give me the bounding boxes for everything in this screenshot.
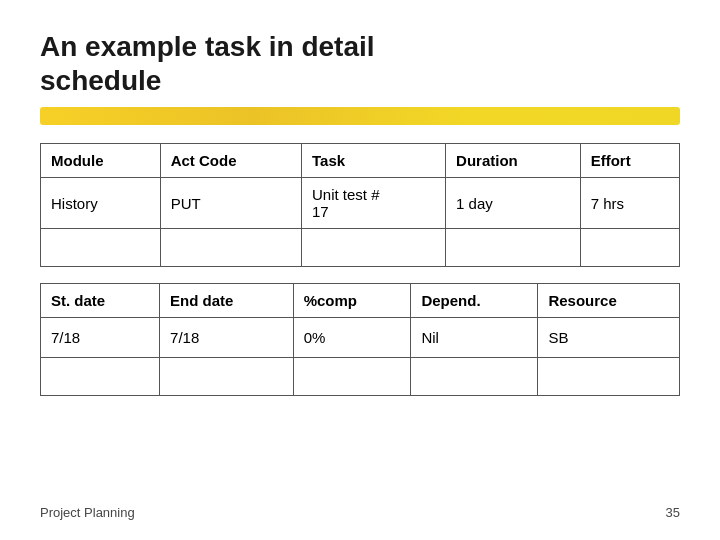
cell-module-1: History	[41, 178, 161, 229]
cell-duration-1: 1 day	[446, 178, 581, 229]
cell-resource-2	[538, 358, 680, 396]
bottom-table-row-2	[41, 358, 680, 396]
page-container: An example task in detail schedule Modul…	[0, 0, 720, 540]
cell-enddate-2	[160, 358, 294, 396]
col-pcomp: %comp	[293, 284, 411, 318]
tables-wrapper: Module Act Code Task Duration Effort His…	[40, 143, 680, 495]
page-title: An example task in detail schedule	[40, 30, 680, 97]
bottom-table-header-row: St. date End date %comp Depend. Resource	[41, 284, 680, 318]
col-depend: Depend.	[411, 284, 538, 318]
cell-pcomp-1: 0%	[293, 318, 411, 358]
cell-duration-2	[446, 229, 581, 267]
col-task: Task	[302, 144, 446, 178]
cell-resource-1: SB	[538, 318, 680, 358]
cell-actcode-2	[160, 229, 301, 267]
cell-effort-1: 7 hrs	[580, 178, 679, 229]
footer-label: Project Planning	[40, 505, 135, 520]
cell-enddate-1: 7/18	[160, 318, 294, 358]
title-line1: An example task in detail	[40, 31, 375, 62]
col-effort: Effort	[580, 144, 679, 178]
col-stdate: St. date	[41, 284, 160, 318]
title-line2: schedule	[40, 65, 161, 96]
highlight-bar	[40, 107, 680, 125]
col-act-code: Act Code	[160, 144, 301, 178]
col-module: Module	[41, 144, 161, 178]
cell-stdate-2	[41, 358, 160, 396]
bottom-table: St. date End date %comp Depend. Resource…	[40, 283, 680, 396]
top-table-row-2	[41, 229, 680, 267]
bottom-table-row-1: 7/18 7/18 0% Nil SB	[41, 318, 680, 358]
cell-pcomp-2	[293, 358, 411, 396]
col-resource: Resource	[538, 284, 680, 318]
top-table-header-row: Module Act Code Task Duration Effort	[41, 144, 680, 178]
cell-actcode-1: PUT	[160, 178, 301, 229]
cell-depend-2	[411, 358, 538, 396]
col-duration: Duration	[446, 144, 581, 178]
cell-module-2	[41, 229, 161, 267]
cell-task-2	[302, 229, 446, 267]
cell-task-1: Unit test #17	[302, 178, 446, 229]
top-table: Module Act Code Task Duration Effort His…	[40, 143, 680, 267]
cell-stdate-1: 7/18	[41, 318, 160, 358]
top-table-row-1: History PUT Unit test #17 1 day 7 hrs	[41, 178, 680, 229]
cell-effort-2	[580, 229, 679, 267]
footer: Project Planning 35	[40, 495, 680, 520]
cell-depend-1: Nil	[411, 318, 538, 358]
col-enddate: End date	[160, 284, 294, 318]
footer-page: 35	[666, 505, 680, 520]
